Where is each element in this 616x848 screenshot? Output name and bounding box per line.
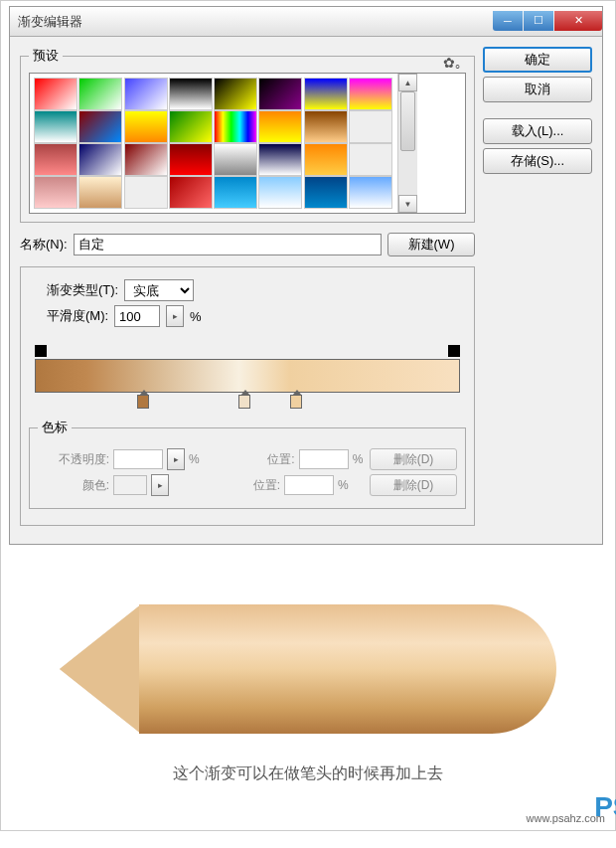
brand-url: www.psahz.com	[527, 812, 605, 824]
save-button[interactable]: 存储(S)...	[483, 148, 592, 174]
preset-swatch[interactable]	[304, 143, 348, 176]
preset-swatch[interactable]	[34, 110, 77, 143]
name-label: 名称(N):	[20, 236, 68, 254]
scroll-down-icon[interactable]: ▼	[398, 195, 417, 213]
preset-swatch[interactable]	[258, 176, 302, 209]
color-position-input	[284, 475, 334, 495]
gradient-editor-window: 渐变编辑器 ─ ☐ ✕ 预设 ✿｡ ▲	[9, 6, 603, 545]
smoothness-input[interactable]	[114, 305, 160, 327]
presets-fieldset: 预设 ✿｡ ▲ ▼	[20, 47, 475, 223]
preset-swatch[interactable]	[214, 143, 257, 176]
preset-swatch[interactable]	[124, 143, 168, 176]
opacity-position-label: 位置:	[224, 451, 295, 468]
preset-swatch[interactable]	[349, 143, 392, 176]
preset-swatch[interactable]	[34, 143, 77, 176]
gradient-type-label: 渐变类型(T):	[47, 281, 118, 299]
color-stop-2[interactable]	[238, 395, 250, 409]
smoothness-label: 平滑度(M):	[47, 307, 108, 325]
color-stop-3[interactable]	[290, 395, 302, 409]
opacity-position-input	[299, 449, 349, 469]
preset-swatch[interactable]	[304, 78, 348, 110]
delete-color-button: 删除(D)	[370, 474, 457, 496]
stops-fieldset: 色标 不透明度: ▸ % 位置: % 删除(D)	[29, 419, 466, 509]
preset-swatch[interactable]	[169, 78, 213, 110]
opacity-stop-right[interactable]	[448, 345, 460, 357]
preset-swatch[interactable]	[258, 78, 302, 110]
preset-swatch[interactable]	[304, 176, 348, 209]
gear-icon[interactable]: ✿｡	[443, 55, 462, 73]
pencil-body	[139, 604, 556, 734]
preset-swatch[interactable]	[78, 143, 122, 176]
ok-button[interactable]: 确定	[483, 47, 592, 73]
name-input[interactable]	[74, 234, 382, 255]
opacity-stop-left[interactable]	[35, 345, 47, 357]
delete-opacity-button: 删除(D)	[370, 448, 457, 470]
gradient-config-fieldset: 渐变类型(T): 实底 平滑度(M): ▸ %	[20, 266, 475, 526]
preset-swatch[interactable]	[214, 78, 257, 110]
percent-label: %	[190, 309, 202, 324]
pencil-preview	[1, 604, 615, 734]
color-flyout-icon: ▸	[151, 474, 169, 496]
preset-swatch[interactable]	[304, 110, 348, 143]
titlebar[interactable]: 渐变编辑器 ─ ☐ ✕	[10, 7, 602, 37]
opacity-flyout-icon: ▸	[167, 448, 185, 470]
preset-swatch[interactable]	[258, 110, 302, 143]
preset-swatch[interactable]	[124, 110, 168, 143]
pencil-tip	[60, 604, 141, 734]
opacity-input	[113, 449, 163, 469]
preset-swatch[interactable]	[169, 143, 213, 176]
preset-swatch[interactable]	[214, 176, 257, 209]
stops-legend: 色标	[38, 419, 72, 436]
preset-swatch[interactable]	[78, 176, 122, 209]
preset-swatch[interactable]	[214, 110, 257, 143]
window-title: 渐变编辑器	[10, 13, 82, 31]
gradient-type-select[interactable]: 实底	[124, 279, 194, 301]
color-label: 颜色:	[38, 477, 109, 494]
cancel-button[interactable]: 取消	[483, 77, 592, 102]
scroll-thumb[interactable]	[400, 91, 415, 151]
preset-swatch[interactable]	[169, 176, 213, 209]
close-button[interactable]: ✕	[554, 11, 602, 31]
preset-swatch[interactable]	[349, 110, 392, 143]
preset-swatch[interactable]	[258, 143, 302, 176]
new-button[interactable]: 新建(W)	[387, 233, 475, 256]
minimize-button[interactable]: ─	[493, 11, 523, 31]
preset-swatch[interactable]	[124, 78, 168, 110]
preset-swatch[interactable]	[78, 78, 122, 110]
scroll-up-icon[interactable]: ▲	[398, 74, 417, 91]
color-position-label: 位置:	[209, 477, 280, 494]
preset-swatch[interactable]	[78, 110, 122, 143]
color-swatch	[113, 475, 147, 495]
maximize-button[interactable]: ☐	[524, 11, 553, 31]
preset-swatch[interactable]	[34, 78, 77, 110]
preset-scrollbar[interactable]: ▲ ▼	[397, 74, 417, 213]
preset-swatch[interactable]	[34, 176, 77, 209]
preset-swatch[interactable]	[349, 78, 392, 110]
preset-swatch[interactable]	[169, 110, 213, 143]
preset-swatch[interactable]	[349, 176, 392, 209]
color-stop-1[interactable]	[137, 395, 149, 409]
opacity-label: 不透明度:	[38, 451, 109, 468]
smoothness-flyout-icon[interactable]: ▸	[166, 305, 184, 327]
caption-text: 这个渐变可以在做笔头的时候再加上去	[1, 763, 615, 784]
preset-swatch[interactable]	[124, 176, 168, 209]
preset-grid	[30, 74, 397, 213]
gradient-preview-bar[interactable]	[35, 359, 460, 393]
load-button[interactable]: 载入(L)...	[483, 118, 592, 144]
presets-legend: 预设	[29, 47, 63, 65]
